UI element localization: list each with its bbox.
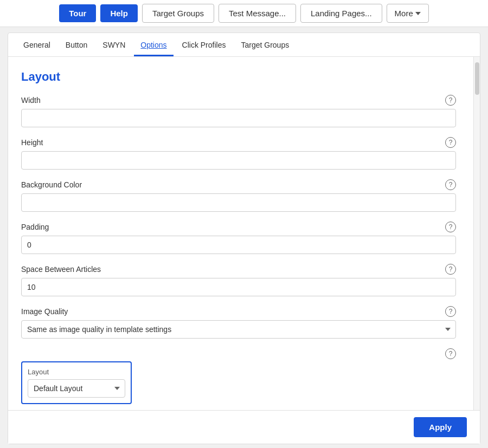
more-button[interactable]: More <box>387 4 429 23</box>
padding-label: Padding <box>21 223 49 231</box>
width-label: Width <box>21 96 41 105</box>
padding-help-icon[interactable]: ? <box>445 222 456 232</box>
scrollbar-track[interactable] <box>473 57 480 410</box>
tab-target-groups[interactable]: Target Groups <box>234 33 296 56</box>
background-color-label-row: Background Color ? <box>21 179 456 190</box>
width-group: Width ? <box>21 95 456 127</box>
main-panel: General Button SWYN Options Click Profil… <box>8 33 480 444</box>
layout-highlight-box: Layout Default Layout Custom Layout <box>21 361 132 404</box>
tab-general[interactable]: General <box>17 33 57 56</box>
footer-bar: Apply <box>8 410 480 444</box>
layout-group: ? Layout Default Layout Custom Layout <box>21 348 456 404</box>
background-color-help-icon[interactable]: ? <box>445 179 456 190</box>
tab-bar: General Button SWYN Options Click Profil… <box>8 33 480 57</box>
tab-swyn[interactable]: SWYN <box>96 33 132 56</box>
width-input[interactable] <box>21 109 456 127</box>
help-button[interactable]: Help <box>100 4 138 22</box>
tour-button[interactable]: Tour <box>59 4 96 22</box>
layout-help-icon[interactable]: ? <box>445 348 456 359</box>
background-color-input[interactable] <box>21 193 456 212</box>
space-between-label-row: Space Between Articles ? <box>21 264 456 275</box>
height-label-row: Height ? <box>21 137 456 148</box>
test-message-button[interactable]: Test Message... <box>219 4 296 23</box>
space-between-group: Space Between Articles ? <box>21 264 456 296</box>
padding-group: Padding ? <box>21 222 456 254</box>
layout-label-row: ? <box>21 348 456 359</box>
scrollbar-thumb[interactable] <box>475 62 479 95</box>
image-quality-label-row: Image Quality ? <box>21 306 456 317</box>
section-title: Layout <box>21 70 456 84</box>
width-label-row: Width ? <box>21 95 456 106</box>
content-area: Layout Width ? Height ? Back <box>8 57 480 410</box>
space-between-input[interactable] <box>21 278 456 296</box>
tab-click-profiles[interactable]: Click Profiles <box>176 33 233 56</box>
tab-button[interactable]: Button <box>59 33 94 56</box>
layout-select-wrapper: Default Layout Custom Layout <box>28 379 125 398</box>
image-quality-group: Image Quality ? Same as image quality in… <box>21 306 456 339</box>
height-help-icon[interactable]: ? <box>445 137 456 148</box>
chevron-down-icon <box>415 12 421 15</box>
height-input[interactable] <box>21 151 456 170</box>
target-groups-button[interactable]: Target Groups <box>142 4 214 23</box>
apply-button[interactable]: Apply <box>414 417 467 437</box>
more-label: More <box>395 9 413 18</box>
width-help-icon[interactable]: ? <box>445 95 456 106</box>
background-color-label: Background Color <box>21 180 82 189</box>
image-quality-select[interactable]: Same as image quality in template settin… <box>21 320 456 339</box>
image-quality-label: Image Quality <box>21 307 68 316</box>
space-between-label: Space Between Articles <box>21 265 101 274</box>
padding-input[interactable] <box>21 236 456 254</box>
landing-pages-button[interactable]: Landing Pages... <box>300 4 382 23</box>
scrollable-content: Layout Width ? Height ? Back <box>8 57 473 410</box>
layout-select[interactable]: Default Layout Custom Layout <box>28 379 125 398</box>
background-color-group: Background Color ? <box>21 179 456 212</box>
padding-label-row: Padding ? <box>21 222 456 232</box>
top-toolbar: Tour Help Target Groups Test Message... … <box>0 0 488 27</box>
space-between-help-icon[interactable]: ? <box>445 264 456 275</box>
height-group: Height ? <box>21 137 456 170</box>
height-label: Height <box>21 138 43 147</box>
tab-options[interactable]: Options <box>134 33 173 56</box>
image-quality-select-wrapper: Same as image quality in template settin… <box>21 320 456 339</box>
image-quality-help-icon[interactable]: ? <box>445 306 456 317</box>
layout-inner-label: Layout <box>28 368 125 376</box>
